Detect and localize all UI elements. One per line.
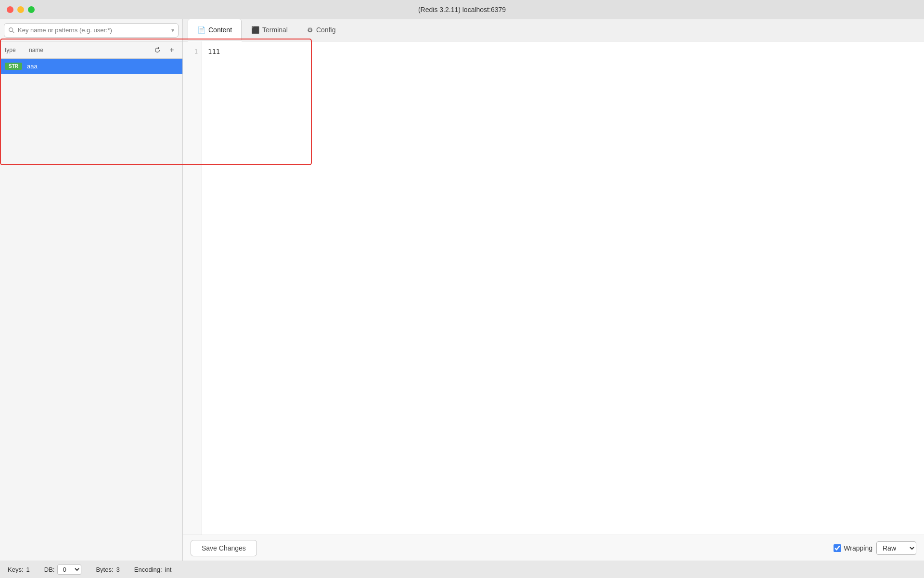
col-type-header: type (5, 47, 29, 53)
status-bytes: Bytes: 3 (96, 566, 119, 573)
status-keys: Keys: 1 (8, 566, 30, 573)
tab-config[interactable]: ⚙ Config (297, 19, 345, 41)
window-title: (Redis 3.2.11) localhost:6379 (418, 6, 506, 13)
chevron-down-icon: ▾ (171, 27, 174, 34)
keys-table-header: type name + (0, 41, 182, 59)
window-controls (7, 6, 35, 13)
tab-config-label: Config (316, 26, 335, 34)
tab-terminal-label: Terminal (262, 26, 288, 34)
titlebar: (Redis 3.2.11) localhost:6379 (0, 0, 924, 19)
line-numbers: 1 (183, 41, 202, 535)
header-actions: + (152, 44, 178, 56)
close-button[interactable] (7, 6, 13, 13)
terminal-tab-icon: ⬛ (251, 26, 259, 34)
content-tab-icon: 📄 (197, 26, 205, 34)
search-icon (8, 27, 15, 34)
keys-value: 1 (26, 566, 30, 573)
search-input[interactable] (18, 26, 169, 34)
search-input-wrapper[interactable]: ▾ (4, 23, 179, 38)
search-bar: ▾ (0, 19, 182, 41)
tab-terminal[interactable]: ⬛ Terminal (242, 19, 297, 41)
encoding-label: Encoding: (134, 566, 162, 573)
db-label: DB: (44, 566, 55, 573)
tab-content-label: Content (208, 26, 232, 34)
wrapping-checkbox[interactable] (834, 544, 841, 552)
sidebar: ▾ type name + (0, 19, 183, 561)
wrapping-checkbox-wrapper: Wrapping (834, 544, 873, 552)
bottom-bar: Save Changes Wrapping Raw (183, 535, 924, 561)
wrapping-label: Wrapping (844, 544, 873, 552)
svg-point-0 (9, 27, 13, 31)
bytes-label: Bytes: (96, 566, 113, 573)
wrapping-group: Wrapping Raw (834, 541, 916, 555)
status-db: DB: 0 (44, 565, 82, 575)
keys-label: Keys: (8, 566, 24, 573)
status-encoding: Encoding: int (134, 566, 172, 573)
config-tab-icon: ⚙ (307, 26, 313, 34)
format-select[interactable]: Raw (876, 541, 916, 555)
add-key-button[interactable]: + (166, 44, 178, 56)
key-type-badge: STR (5, 63, 22, 70)
db-select[interactable]: 0 (57, 565, 81, 575)
keys-list: STR aaa (0, 59, 182, 561)
key-name: aaa (27, 63, 38, 70)
refresh-button[interactable] (152, 44, 163, 56)
tabs-bar: 📄 Content ⬛ Terminal ⚙ Config (183, 19, 924, 41)
status-bar: Keys: 1 DB: 0 Bytes: 3 Encoding: int (0, 561, 924, 578)
svg-line-1 (13, 31, 14, 33)
tab-content[interactable]: 📄 Content (188, 19, 242, 41)
editor-area: 1 111 (183, 41, 924, 535)
bytes-value: 3 (116, 566, 120, 573)
col-name-header: name (29, 47, 152, 53)
line-editor: 1 111 (183, 41, 924, 535)
line-number-1: 1 (194, 46, 198, 57)
plus-icon: + (169, 46, 174, 54)
minimize-button[interactable] (17, 6, 24, 13)
save-changes-button[interactable]: Save Changes (191, 540, 257, 556)
maximize-button[interactable] (28, 6, 35, 13)
editor-textarea[interactable]: 111 (202, 41, 924, 535)
content-area: 📄 Content ⬛ Terminal ⚙ Config 1 (183, 19, 924, 561)
key-row[interactable]: STR aaa (0, 59, 182, 74)
encoding-value: int (165, 566, 172, 573)
